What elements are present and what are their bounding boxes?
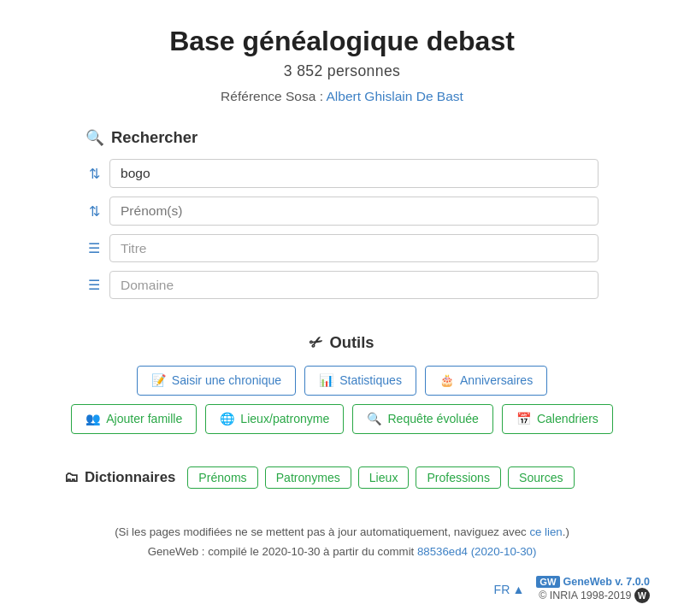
lang-label: FR (494, 583, 510, 596)
stats-label: Statistiques (339, 372, 402, 390)
commit-link[interactable]: 88536ed4 (2020-10-30) (417, 545, 536, 558)
calendriers-icon: 📅 (516, 410, 532, 428)
surname-input[interactable] (109, 159, 598, 188)
titre-icon: ☰ (86, 240, 103, 256)
sosa-label: Référence Sosa : (221, 89, 323, 103)
prenoms-link[interactable]: Prénoms (187, 466, 257, 489)
geneweb-logo: GW GeneWeb v. 7.0.0 (536, 576, 650, 588)
anniv-label: Anniversaires (460, 372, 533, 390)
anniv-icon: 🎂 (439, 372, 455, 390)
calendriers-button[interactable]: 📅 Calendriers (502, 404, 613, 434)
page-title: Base généalogique debast (169, 26, 515, 57)
lieux-link[interactable]: Lieux (358, 466, 410, 489)
sources-link[interactable]: Sources (508, 466, 575, 489)
requete-label: Requête évoluée (387, 410, 478, 428)
sort-surname-icon[interactable]: ⇅ (86, 166, 103, 182)
copyright-text: © INRIA 1998-2019 (539, 590, 631, 601)
scissors-icon: ✂ (306, 331, 327, 355)
firstname-row: ⇅ (86, 197, 598, 226)
lieux-patronyme-button[interactable]: 🌐 Lieux/patronyme (205, 404, 344, 434)
note-text-2: .) (563, 525, 569, 538)
lang-arrow-icon: ▲ (512, 583, 524, 596)
lieux-label: Lieux/patronyme (240, 410, 329, 428)
footer-bottom: FR ▲ GW GeneWeb v. 7.0.0 © INRIA 1998-20… (17, 575, 667, 603)
domaine-row: ☰ Domaine (86, 271, 598, 299)
ajouter-label: Ajouter famille (106, 410, 182, 428)
lieux-icon: 🌐 (220, 410, 235, 428)
outils-row-2: 👥 Ajouter famille 🌐 Lieux/patronyme 🔍 Re… (64, 404, 620, 434)
titre-row: ☰ Titre (86, 234, 598, 262)
wiki-icon: W (634, 588, 650, 603)
compile-text: GeneWeb : compilé le 2020-10-30 à partir… (148, 545, 417, 558)
domaine-icon: ☰ (86, 277, 103, 293)
sosa-line: Référence Sosa : Albert Ghislain De Bast (221, 89, 463, 104)
chronique-icon: 📝 (151, 372, 167, 390)
outils-title: ✂ Outils (64, 333, 620, 352)
search-icon: 🔍 (86, 129, 104, 147)
copyright-line: © INRIA 1998-2019 W (536, 588, 650, 603)
requete-evoluee-button[interactable]: 🔍 Requête évoluée (352, 404, 492, 434)
dict-title: 🗂 Dictionnaires (64, 469, 175, 486)
lang-selector[interactable]: FR ▲ (494, 583, 525, 596)
firstname-input[interactable] (109, 197, 598, 226)
outils-row-1: 📝 Saisir une chronique 📊 Statistiques 🎂 … (64, 366, 620, 396)
sosa-person-link[interactable]: Albert Ghislain De Bast (326, 89, 463, 103)
surname-row: ⇅ (86, 159, 598, 188)
chronique-button[interactable]: 📝 Saisir une chronique (137, 366, 296, 396)
geneweb-info: GW GeneWeb v. 7.0.0 © INRIA 1998-2019 W (536, 575, 650, 603)
anniversaires-button[interactable]: 🎂 Anniversaires (425, 366, 547, 396)
sort-firstname-icon[interactable]: ⇅ (86, 203, 103, 220)
main-page: Base généalogique debast 3 852 personnes… (0, 0, 684, 616)
ajouter-famille-button[interactable]: 👥 Ajouter famille (71, 404, 197, 434)
note-text-1: (Si les pages modifiées ne se mettent pa… (115, 525, 529, 538)
gw-icon: GW (536, 576, 559, 588)
patronymes-link[interactable]: Patronymes (265, 466, 351, 489)
requete-icon: 🔍 (367, 410, 382, 428)
statistiques-button[interactable]: 📊 Statistiques (304, 366, 416, 396)
ce-lien-link[interactable]: ce lien (529, 525, 562, 538)
titre-select[interactable]: Titre (109, 234, 598, 262)
search-section: 🔍 Rechercher ⇅ ⇅ ☰ Titre ☰ Domaine (86, 128, 598, 308)
ajouter-icon: 👥 (86, 410, 101, 428)
professions-link[interactable]: Professions (416, 466, 501, 489)
chronique-label: Saisir une chronique (172, 372, 281, 390)
gw-version: GeneWeb v. 7.0.0 (563, 576, 650, 588)
outils-section: ✂ Outils 📝 Saisir une chronique 📊 Statis… (64, 333, 620, 443)
calendriers-label: Calendriers (537, 410, 598, 428)
stats-icon: 📊 (319, 372, 334, 390)
person-count: 3 852 personnes (284, 62, 400, 80)
dict-icon: 🗂 (64, 469, 79, 486)
search-title: 🔍 Rechercher (86, 128, 598, 147)
domaine-select[interactable]: Domaine (109, 271, 598, 299)
footer-note: (Si les pages modifiées ne se mettent pa… (64, 523, 620, 561)
dictionnaires-section: 🗂 Dictionnaires Prénoms Patronymes Lieux… (64, 466, 620, 489)
dict-links: Prénoms Patronymes Lieux Professions Sou… (187, 466, 574, 489)
